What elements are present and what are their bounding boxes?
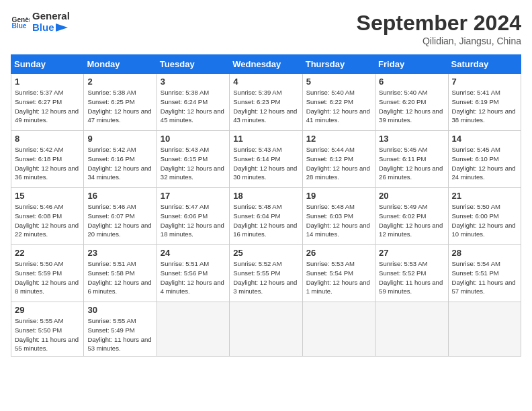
page-header: General Blue General Blue September 2024…: [11, 11, 521, 46]
day-cell-20: 20 Sunrise: 5:49 AMSunset: 6:02 PMDaylig…: [375, 188, 448, 245]
day-number: 3: [161, 77, 226, 87]
empty-cell: [448, 302, 521, 357]
day-number: 5: [306, 77, 371, 87]
day-cell-2: 2 Sunrise: 5:38 AMSunset: 6:25 PMDayligh…: [84, 74, 157, 131]
day-number: 28: [452, 248, 517, 258]
calendar-row-2: 8 Sunrise: 5:42 AMSunset: 6:18 PMDayligh…: [11, 131, 521, 188]
logo-icon: General Blue: [11, 13, 30, 32]
day-number: 10: [161, 134, 226, 144]
day-cell-11: 11 Sunrise: 5:43 AMSunset: 6:14 PMDaylig…: [230, 131, 302, 188]
day-number: 8: [15, 134, 80, 144]
day-info: Sunrise: 5:42 AMSunset: 6:16 PMDaylight:…: [87, 145, 152, 182]
day-info: Sunrise: 5:54 AMSunset: 5:51 PMDaylight:…: [452, 259, 517, 296]
col-tuesday: Tuesday: [157, 55, 229, 74]
day-cell-22: 22 Sunrise: 5:50 AMSunset: 5:59 PMDaylig…: [11, 245, 84, 302]
day-number: 4: [233, 77, 298, 87]
day-cell-28: 28 Sunrise: 5:54 AMSunset: 5:51 PMDaylig…: [448, 245, 521, 302]
day-number: 7: [452, 77, 517, 87]
calendar-row-3: 15 Sunrise: 5:46 AMSunset: 6:08 PMDaylig…: [11, 188, 521, 245]
day-number: 24: [161, 248, 226, 258]
svg-marker-3: [56, 24, 68, 32]
day-number: 25: [233, 248, 298, 258]
day-number: 30: [87, 305, 152, 315]
day-info: Sunrise: 5:46 AMSunset: 6:08 PMDaylight:…: [15, 202, 80, 239]
day-info: Sunrise: 5:44 AMSunset: 6:12 PMDaylight:…: [306, 145, 371, 182]
logo-general: General: [32, 11, 70, 22]
day-info: Sunrise: 5:38 AMSunset: 6:24 PMDaylight:…: [161, 88, 226, 125]
day-number: 26: [306, 248, 371, 258]
day-cell-12: 12 Sunrise: 5:44 AMSunset: 6:12 PMDaylig…: [302, 131, 375, 188]
day-cell-3: 3 Sunrise: 5:38 AMSunset: 6:24 PMDayligh…: [157, 74, 229, 131]
day-cell-15: 15 Sunrise: 5:46 AMSunset: 6:08 PMDaylig…: [11, 188, 84, 245]
day-cell-13: 13 Sunrise: 5:45 AMSunset: 6:11 PMDaylig…: [375, 131, 448, 188]
col-wednesday: Wednesday: [230, 55, 302, 74]
calendar-row-5: 29 Sunrise: 5:55 AMSunset: 5:50 PMDaylig…: [11, 302, 521, 357]
svg-text:Blue: Blue: [12, 22, 27, 30]
day-info: Sunrise: 5:48 AMSunset: 6:04 PMDaylight:…: [233, 202, 298, 239]
day-cell-10: 10 Sunrise: 5:43 AMSunset: 6:15 PMDaylig…: [157, 131, 229, 188]
col-sunday: Sunday: [11, 55, 84, 74]
day-cell-1: 1 Sunrise: 5:37 AMSunset: 6:27 PMDayligh…: [11, 74, 84, 131]
empty-cell: [302, 302, 375, 357]
empty-cell: [230, 302, 302, 357]
day-info: Sunrise: 5:41 AMSunset: 6:19 PMDaylight:…: [452, 88, 517, 125]
day-info: Sunrise: 5:52 AMSunset: 5:55 PMDaylight:…: [233, 259, 298, 296]
day-info: Sunrise: 5:49 AMSunset: 6:02 PMDaylight:…: [379, 202, 444, 239]
day-number: 14: [452, 134, 517, 144]
day-info: Sunrise: 5:53 AMSunset: 5:54 PMDaylight:…: [306, 259, 371, 296]
day-cell-5: 5 Sunrise: 5:40 AMSunset: 6:22 PMDayligh…: [302, 74, 375, 131]
col-monday: Monday: [84, 55, 157, 74]
month-title: September 2024: [357, 11, 521, 36]
day-number: 11: [233, 134, 298, 144]
logo: General Blue General Blue: [11, 11, 70, 33]
day-info: Sunrise: 5:37 AMSunset: 6:27 PMDaylight:…: [15, 88, 80, 125]
day-number: 12: [306, 134, 371, 144]
title-block: September 2024 Qilidian, Jiangsu, China: [357, 11, 521, 46]
calendar-row-4: 22 Sunrise: 5:50 AMSunset: 5:59 PMDaylig…: [11, 245, 521, 302]
day-info: Sunrise: 5:39 AMSunset: 6:23 PMDaylight:…: [233, 88, 298, 125]
day-cell-9: 9 Sunrise: 5:42 AMSunset: 6:16 PMDayligh…: [84, 131, 157, 188]
day-number: 22: [15, 248, 80, 258]
day-number: 13: [379, 134, 444, 144]
day-info: Sunrise: 5:47 AMSunset: 6:06 PMDaylight:…: [161, 202, 226, 239]
day-number: 17: [161, 191, 226, 201]
day-info: Sunrise: 5:55 AMSunset: 5:50 PMDaylight:…: [15, 316, 80, 353]
logo-arrow: [56, 24, 68, 32]
day-cell-14: 14 Sunrise: 5:45 AMSunset: 6:10 PMDaylig…: [448, 131, 521, 188]
empty-cell: [375, 302, 448, 357]
day-cell-26: 26 Sunrise: 5:53 AMSunset: 5:54 PMDaylig…: [302, 245, 375, 302]
day-number: 15: [15, 191, 80, 201]
day-cell-27: 27 Sunrise: 5:53 AMSunset: 5:52 PMDaylig…: [375, 245, 448, 302]
day-info: Sunrise: 5:45 AMSunset: 6:11 PMDaylight:…: [379, 145, 444, 182]
day-number: 29: [15, 305, 80, 315]
col-saturday: Saturday: [448, 55, 521, 74]
day-info: Sunrise: 5:42 AMSunset: 6:18 PMDaylight:…: [15, 145, 80, 182]
day-cell-29: 29 Sunrise: 5:55 AMSunset: 5:50 PMDaylig…: [11, 302, 84, 357]
day-cell-23: 23 Sunrise: 5:51 AMSunset: 5:58 PMDaylig…: [84, 245, 157, 302]
calendar-row-1: 1 Sunrise: 5:37 AMSunset: 6:27 PMDayligh…: [11, 74, 521, 131]
day-number: 19: [306, 191, 371, 201]
day-info: Sunrise: 5:53 AMSunset: 5:52 PMDaylight:…: [379, 259, 444, 296]
day-number: 2: [87, 77, 152, 87]
day-number: 21: [452, 191, 517, 201]
day-number: 6: [379, 77, 444, 87]
day-info: Sunrise: 5:40 AMSunset: 6:20 PMDaylight:…: [379, 88, 444, 125]
day-info: Sunrise: 5:55 AMSunset: 5:49 PMDaylight:…: [87, 316, 152, 353]
col-thursday: Thursday: [302, 55, 375, 74]
day-info: Sunrise: 5:38 AMSunset: 6:25 PMDaylight:…: [87, 88, 152, 125]
day-info: Sunrise: 5:45 AMSunset: 6:10 PMDaylight:…: [452, 145, 517, 182]
empty-cell: [157, 302, 229, 357]
col-friday: Friday: [375, 55, 448, 74]
day-info: Sunrise: 5:46 AMSunset: 6:07 PMDaylight:…: [87, 202, 152, 239]
calendar-header-row: Sunday Monday Tuesday Wednesday Thursday…: [11, 55, 521, 74]
logo-blue: Blue: [32, 22, 70, 34]
day-cell-19: 19 Sunrise: 5:48 AMSunset: 6:03 PMDaylig…: [302, 188, 375, 245]
day-info: Sunrise: 5:51 AMSunset: 5:58 PMDaylight:…: [87, 259, 152, 296]
day-number: 16: [87, 191, 152, 201]
day-cell-17: 17 Sunrise: 5:47 AMSunset: 6:06 PMDaylig…: [157, 188, 229, 245]
day-cell-6: 6 Sunrise: 5:40 AMSunset: 6:20 PMDayligh…: [375, 74, 448, 131]
day-cell-25: 25 Sunrise: 5:52 AMSunset: 5:55 PMDaylig…: [230, 245, 302, 302]
day-info: Sunrise: 5:43 AMSunset: 6:14 PMDaylight:…: [233, 145, 298, 182]
day-cell-7: 7 Sunrise: 5:41 AMSunset: 6:19 PMDayligh…: [448, 74, 521, 131]
day-cell-18: 18 Sunrise: 5:48 AMSunset: 6:04 PMDaylig…: [230, 188, 302, 245]
